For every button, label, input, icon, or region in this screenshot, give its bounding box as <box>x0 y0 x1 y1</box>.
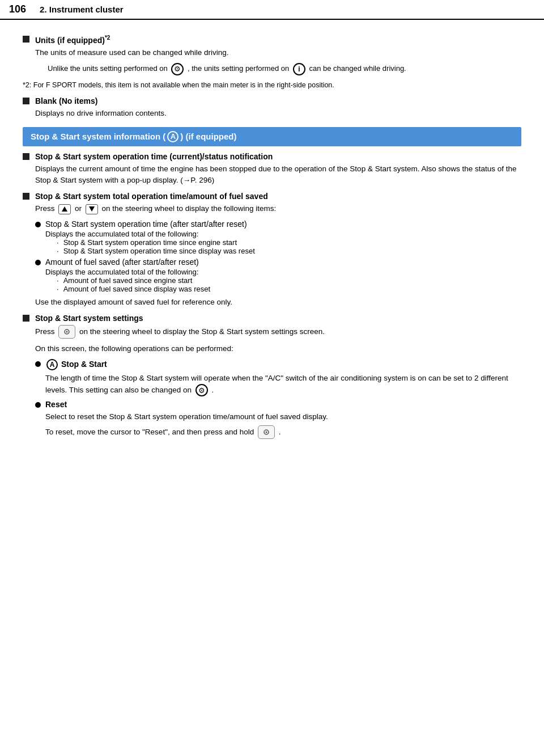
ss-op-body: Displays the current amount of time the … <box>35 163 521 187</box>
svg-point-3 <box>266 431 267 433</box>
arrow-up-icon <box>62 206 67 212</box>
bullet-circle-1-icon <box>35 222 41 227</box>
bullet1-body: Displays the accumulated total of the fo… <box>45 230 521 238</box>
reset-button-icon <box>258 425 275 439</box>
arrow-down-icon <box>89 206 95 212</box>
ss-settings-title: Stop & Start system settings <box>35 314 143 323</box>
reset-bullet-row: Reset Select to reset the Stop & Start s… <box>35 400 521 438</box>
page-header: 106 2. Instrument cluster <box>0 0 544 20</box>
ss-settings-section-header: Stop & Start system settings <box>23 314 521 323</box>
stop-start-header-bar: Stop & Start system information ( A ) (i… <box>23 127 521 146</box>
units-body: The units of measure used can be changed… <box>35 47 521 58</box>
settings-button-icon <box>58 325 75 339</box>
arrow-down-button <box>86 204 98 214</box>
circle-a-icon: A <box>167 131 178 142</box>
blank-body: Displays no drive information contents. <box>35 108 521 119</box>
dot-bullet-4-icon: · <box>57 285 59 293</box>
dot-bullet-1-icon: · <box>57 238 59 247</box>
units-indented: Unlike the units setting performed on ⚙ … <box>48 63 521 75</box>
footnote-text: *2: For F SPORT models, this item is not… <box>23 80 521 91</box>
ss-op-section-header: Stop & Start system operation time (curr… <box>23 152 521 161</box>
page-wrapper: 106 2. Instrument cluster Units (if equi… <box>0 0 544 449</box>
bullet1-sub2-row: · Stop & Start system operation time sin… <box>57 247 521 255</box>
square-bullet-4-icon <box>23 193 29 200</box>
ss-op-title: Stop & Start system operation time (curr… <box>35 152 273 161</box>
gear-icon-2: ⚙ <box>196 384 208 396</box>
svg-point-1 <box>66 331 68 332</box>
ss-press-row: Press or on the steering wheel to displa… <box>35 203 521 214</box>
stop-start-desc: The length of time the Stop & Start syst… <box>45 373 521 396</box>
bullet-circle-2-icon <box>35 260 41 265</box>
bullet2-sub1-row: · Amount of fuel saved since engine star… <box>57 276 521 285</box>
ss-total-section-header: Stop & Start system total operation time… <box>23 192 521 201</box>
ss-bullet-row: A Stop & Start The length of time the St… <box>35 359 521 396</box>
gear-icon: ⚙ <box>171 63 184 75</box>
arrow-up-button <box>58 204 71 214</box>
ss-total-title: Stop & Start system total operation time… <box>35 192 268 201</box>
info-icon: i <box>293 63 305 75</box>
bullet2-body: Displays the accumulated total of the fo… <box>45 268 521 276</box>
bullet-circle-4-icon <box>35 402 41 408</box>
reference-text: Use the displayed amount of saved fuel f… <box>35 297 521 308</box>
bullet-circle-3-icon <box>35 361 41 367</box>
square-bullet-2-icon <box>23 98 29 104</box>
bullet-1-row: Stop & Start system operation time (afte… <box>35 219 521 255</box>
units-title: Units (if equipped)*2 <box>35 35 110 45</box>
ss-bullet-content: A Stop & Start The length of time the St… <box>45 359 521 396</box>
blank-title: Blank (No items) <box>35 96 97 105</box>
bullet2-sub2-row: · Amount of fuel saved since display was… <box>57 285 521 293</box>
reset-label: Reset <box>45 400 67 409</box>
chapter-title: 2. Instrument cluster <box>40 5 124 14</box>
dot-bullet-2-icon: · <box>57 247 59 255</box>
bullet1-sub1-row: · Stop & Start system operation time sin… <box>57 238 521 247</box>
bullet-2-row: Amount of fuel saved (after start/after … <box>35 257 521 293</box>
square-bullet-icon <box>23 36 29 43</box>
inline-a-icon: A <box>46 359 58 370</box>
ss-settings-on-screen: On this screen, the following operations… <box>35 343 521 354</box>
bullet-1-content: Stop & Start system operation time (afte… <box>45 219 521 255</box>
reset-bullet-content: Reset Select to reset the Stop & Start s… <box>45 400 521 438</box>
reset-desc1: Select to reset the Stop & Start system … <box>45 411 521 423</box>
bullet-2-content: Amount of fuel saved (after start/after … <box>45 257 521 293</box>
reset-desc-row: To reset, move the cursor to "Reset", an… <box>45 425 521 439</box>
ss-settings-press-row: Press on the steering wheel to display t… <box>35 325 521 339</box>
dot-bullet-3-icon: · <box>57 276 59 285</box>
square-bullet-3-icon <box>23 153 29 160</box>
main-content: Units (if equipped)*2 The units of measu… <box>0 20 544 449</box>
square-bullet-5-icon <box>23 315 29 322</box>
page-number: 106 <box>9 3 26 15</box>
blank-section-header: Blank (No items) <box>23 96 521 105</box>
stop-start-label: Stop & Start <box>61 360 107 369</box>
units-section-header: Units (if equipped)*2 <box>23 35 521 45</box>
